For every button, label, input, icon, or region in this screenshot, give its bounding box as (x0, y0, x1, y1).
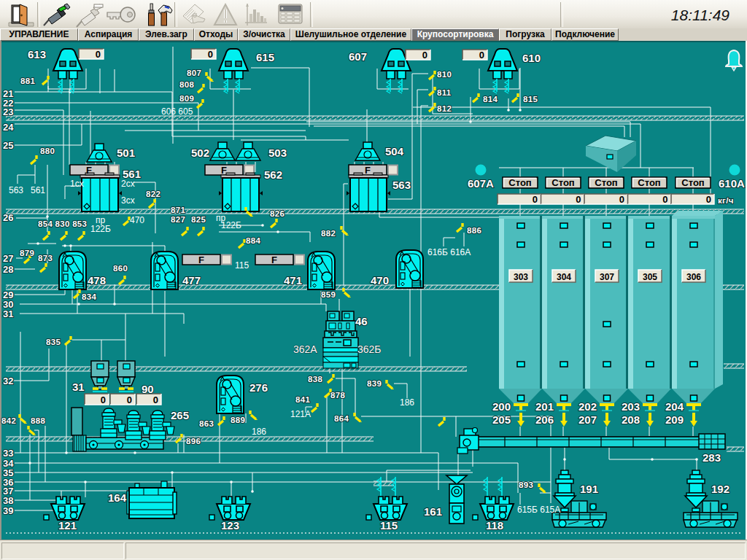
svg-text:888: 888 (31, 416, 45, 425)
svg-text:2сх: 2сх (121, 179, 135, 189)
svg-text:880: 880 (40, 147, 55, 155)
svg-text:307: 307 (600, 272, 614, 282)
svg-text:807: 807 (187, 69, 201, 77)
svg-text:839: 839 (367, 379, 382, 388)
svg-text:Стоп: Стоп (551, 177, 574, 188)
svg-text:886: 886 (467, 226, 481, 235)
svg-text:808: 808 (179, 80, 194, 89)
svg-text:478: 478 (88, 274, 106, 287)
svg-text:205: 205 (492, 413, 511, 426)
svg-text:854 830 853: 854 830 853 (38, 219, 87, 228)
svg-text:0: 0 (479, 50, 484, 61)
svg-text:838: 838 (308, 375, 322, 384)
svg-text:192: 192 (711, 483, 729, 495)
svg-text:477: 477 (182, 274, 201, 287)
svg-text:0: 0 (127, 394, 132, 405)
svg-text:470: 470 (371, 274, 389, 287)
svg-text:265: 265 (171, 409, 189, 421)
svg-text:283: 283 (703, 451, 721, 464)
svg-text:90: 90 (142, 383, 154, 395)
svg-text:615: 615 (256, 51, 274, 63)
svg-text:610: 610 (522, 52, 541, 64)
svg-text:164: 164 (108, 491, 127, 504)
svg-text:562: 562 (264, 168, 282, 181)
svg-text:3сх: 3сх (121, 195, 135, 206)
svg-text:186: 186 (252, 427, 266, 437)
svg-text:563: 563 (392, 179, 411, 191)
svg-text:503: 503 (268, 147, 287, 159)
svg-text:860: 860 (113, 264, 128, 273)
svg-text:470: 470 (130, 215, 144, 225)
svg-text:F: F (271, 254, 277, 265)
svg-text:209: 209 (665, 413, 684, 426)
svg-text:23: 23 (3, 106, 13, 117)
svg-text:606 605: 606 605 (161, 106, 193, 117)
svg-text:826: 826 (270, 209, 285, 218)
svg-text:Стоп: Стоп (595, 177, 617, 188)
svg-text:39: 39 (3, 505, 13, 516)
svg-text:24: 24 (3, 122, 14, 133)
svg-text:208: 208 (622, 413, 640, 426)
svg-text:201: 201 (535, 400, 554, 413)
svg-text:814: 814 (483, 95, 498, 104)
svg-text:0: 0 (706, 194, 711, 205)
svg-text:204: 204 (665, 400, 684, 413)
svg-text:889: 889 (231, 416, 245, 424)
svg-text:F: F (86, 165, 92, 176)
svg-text:0: 0 (619, 194, 624, 205)
svg-text:873: 873 (38, 254, 53, 262)
svg-text:864: 864 (334, 414, 349, 423)
svg-text:607А: 607А (468, 177, 494, 190)
svg-text:186: 186 (400, 397, 414, 408)
svg-text:0: 0 (153, 394, 158, 405)
svg-text:276: 276 (249, 381, 268, 394)
svg-text:0: 0 (576, 194, 581, 205)
svg-text:Стоп: Стоп (508, 177, 531, 188)
svg-text:26: 26 (3, 212, 13, 223)
svg-text:203: 203 (622, 400, 640, 413)
svg-text:31: 31 (3, 308, 13, 319)
svg-text:191: 191 (580, 483, 598, 495)
svg-text:202: 202 (578, 400, 597, 413)
svg-text:кг/ч: кг/ч (718, 196, 734, 205)
svg-text:607: 607 (349, 50, 367, 63)
svg-text:206: 206 (535, 413, 554, 426)
svg-text:896: 896 (186, 437, 201, 446)
svg-text:879: 879 (20, 249, 34, 257)
svg-text:881: 881 (20, 77, 35, 85)
svg-text:0: 0 (96, 49, 101, 60)
svg-text:882: 882 (321, 229, 336, 238)
svg-text:504: 504 (385, 145, 404, 158)
svg-text:46: 46 (355, 315, 368, 327)
svg-text:31: 31 (72, 381, 85, 393)
svg-text:0: 0 (208, 49, 213, 60)
svg-text:841: 841 (295, 395, 310, 404)
svg-text:362А: 362А (293, 343, 317, 355)
svg-text:863: 863 (199, 419, 214, 428)
svg-text:38: 38 (3, 495, 13, 506)
svg-text:810: 810 (437, 70, 452, 79)
svg-text:471: 471 (284, 274, 302, 287)
svg-text:815: 815 (523, 95, 538, 104)
svg-text:32: 32 (3, 376, 13, 386)
svg-text:304: 304 (557, 272, 571, 282)
svg-text:303: 303 (514, 272, 528, 282)
svg-text:0: 0 (662, 194, 667, 205)
svg-text:871: 871 (171, 206, 185, 214)
svg-text:884: 884 (246, 236, 260, 245)
svg-text:834: 834 (82, 292, 96, 301)
svg-text:28: 28 (3, 264, 13, 275)
svg-text:122Б: 122Б (90, 224, 111, 234)
svg-text:161: 161 (424, 505, 442, 518)
svg-text:0: 0 (101, 394, 106, 405)
svg-text:610А: 610А (719, 177, 745, 190)
svg-text:33: 33 (3, 448, 13, 459)
svg-text:115: 115 (235, 260, 249, 271)
svg-text:809: 809 (179, 94, 194, 103)
svg-text:118: 118 (486, 519, 503, 532)
svg-text:F: F (221, 165, 227, 176)
svg-text:835: 835 (46, 338, 61, 346)
svg-text:615Б 615А: 615Б 615А (517, 505, 560, 515)
svg-text:0: 0 (533, 194, 538, 205)
svg-text:121: 121 (58, 519, 77, 532)
